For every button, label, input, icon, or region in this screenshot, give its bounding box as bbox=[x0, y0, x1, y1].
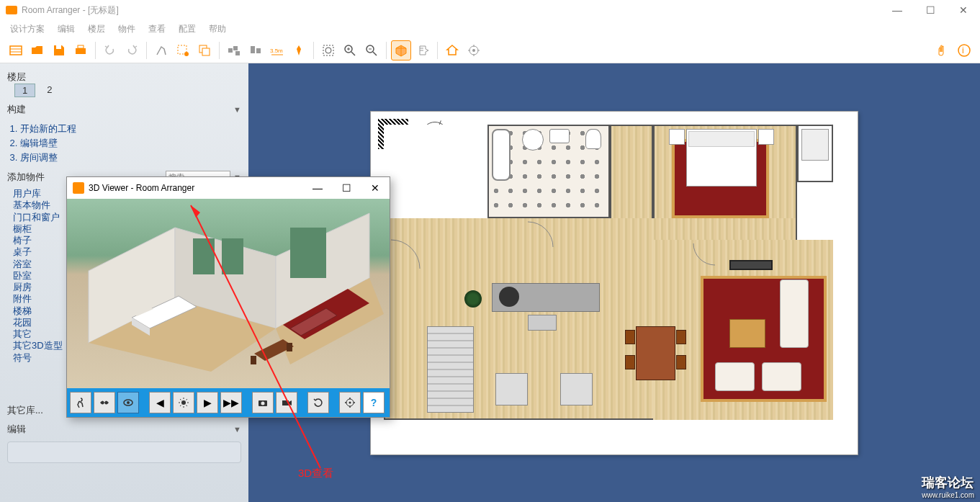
menu-object[interactable]: 物件 bbox=[112, 22, 141, 37]
title-sep: - bbox=[80, 5, 88, 15]
wall-button[interactable] bbox=[151, 40, 171, 60]
fly-button[interactable] bbox=[94, 392, 115, 413]
play-button[interactable]: ▶ bbox=[197, 392, 218, 413]
window-controls: — ☐ ✕ bbox=[881, 0, 980, 20]
group-button[interactable] bbox=[224, 40, 244, 60]
open-button[interactable] bbox=[27, 40, 48, 60]
svg-rect-53 bbox=[282, 400, 289, 405]
menu-help[interactable]: 帮助 bbox=[203, 22, 232, 37]
chevron-down-icon: ▼ bbox=[233, 105, 241, 114]
viewer-viewport[interactable] bbox=[67, 199, 390, 388]
menu-config[interactable]: 配置 bbox=[173, 22, 202, 37]
light-button[interactable] bbox=[173, 392, 194, 413]
viewer-settings-button[interactable] bbox=[339, 392, 361, 413]
look-button[interactable] bbox=[117, 392, 139, 413]
doc-name: [无标题] bbox=[88, 4, 119, 17]
sofa-1[interactable] bbox=[780, 279, 809, 348]
info-button[interactable]: i bbox=[954, 40, 974, 60]
floor-tab-1[interactable]: 1 bbox=[14, 84, 35, 97]
armchair-2[interactable] bbox=[762, 362, 801, 391]
sink[interactable] bbox=[549, 129, 570, 143]
toolbar-sep-4 bbox=[313, 42, 314, 59]
build-step-new[interactable]: 开始新的工程 bbox=[20, 122, 241, 136]
viewer-help-button[interactable]: ? bbox=[363, 392, 385, 413]
storage-1[interactable] bbox=[495, 373, 528, 405]
align-button[interactable] bbox=[246, 40, 266, 60]
viewer-window[interactable]: 3D Viewer - Room Arranger — ☐ ✕ bbox=[66, 176, 390, 418]
redo-button[interactable] bbox=[122, 40, 142, 60]
bed[interactable] bbox=[686, 129, 757, 187]
floor-label: 楼层 bbox=[7, 71, 26, 82]
view-3d-button[interactable] bbox=[391, 40, 411, 60]
viewer-close-button[interactable]: ✕ bbox=[361, 177, 390, 199]
zoom-in-button[interactable] bbox=[340, 40, 360, 60]
dining-chair-2[interactable] bbox=[625, 355, 635, 369]
dining-table[interactable] bbox=[636, 326, 675, 380]
svg-point-49 bbox=[127, 401, 130, 404]
prev-button[interactable]: ◀ bbox=[149, 392, 171, 413]
dining-chair-3[interactable] bbox=[676, 330, 686, 344]
measure-button[interactable]: 3.5m bbox=[267, 40, 287, 60]
menu-edit[interactable]: 编辑 bbox=[52, 22, 81, 37]
toolbar: 3.5m i bbox=[0, 37, 980, 63]
copy-button[interactable] bbox=[194, 40, 215, 60]
dining-chair-4[interactable] bbox=[676, 355, 686, 369]
dining-chair-1[interactable] bbox=[625, 330, 635, 344]
svg-point-52 bbox=[261, 402, 265, 405]
nightstand-left[interactable] bbox=[669, 129, 685, 145]
view-props-button[interactable] bbox=[413, 40, 433, 60]
stove[interactable] bbox=[499, 287, 519, 307]
app-name: Room Arranger bbox=[22, 5, 80, 15]
floorplan[interactable] bbox=[384, 125, 845, 442]
hand-button[interactable] bbox=[931, 40, 951, 60]
select-button[interactable] bbox=[173, 40, 193, 60]
video-button[interactable] bbox=[276, 392, 297, 413]
walk-button[interactable] bbox=[70, 392, 91, 413]
bathtub[interactable] bbox=[492, 129, 511, 181]
viewer-maximize-button[interactable]: ☐ bbox=[332, 177, 361, 199]
menu-design[interactable]: 设计方案 bbox=[4, 22, 50, 37]
pin-button[interactable] bbox=[289, 40, 309, 60]
build-steps: 开始新的工程 编辑墙壁 房间调整 bbox=[20, 122, 241, 165]
menu-view[interactable]: 查看 bbox=[143, 22, 171, 37]
menu-floor[interactable]: 楼层 bbox=[82, 22, 111, 37]
toolbar-sep-5 bbox=[386, 42, 387, 59]
armchair-1[interactable] bbox=[715, 362, 755, 391]
wardrobe[interactable] bbox=[801, 129, 829, 161]
build-step-walls[interactable]: 编辑墙壁 bbox=[20, 136, 241, 151]
svg-rect-38 bbox=[222, 238, 243, 274]
save-button[interactable] bbox=[49, 40, 69, 60]
home-button[interactable] bbox=[442, 40, 462, 60]
kitchen-sink[interactable] bbox=[528, 315, 557, 331]
nightstand-right[interactable] bbox=[758, 129, 774, 145]
viewer-titlebar[interactable]: 3D Viewer - Room Arranger — ☐ ✕ bbox=[67, 177, 390, 199]
refresh-button[interactable] bbox=[307, 392, 329, 413]
stairs[interactable] bbox=[427, 326, 474, 413]
plant[interactable] bbox=[464, 290, 482, 308]
edit-header[interactable]: 编辑 ▼ bbox=[7, 420, 241, 439]
new-button[interactable] bbox=[6, 40, 26, 60]
viewer-minimize-button[interactable]: — bbox=[303, 177, 332, 199]
storage-2[interactable] bbox=[560, 373, 593, 405]
close-button[interactable]: ✕ bbox=[947, 0, 980, 20]
floor-tab-2[interactable]: 2 bbox=[40, 84, 59, 97]
annotation-text: 3D查看 bbox=[298, 467, 333, 480]
svg-text:3.5m: 3.5m bbox=[270, 48, 283, 54]
coffee-table[interactable] bbox=[729, 319, 765, 348]
tv[interactable] bbox=[729, 260, 773, 270]
minimize-button[interactable]: — bbox=[881, 0, 914, 20]
undo-button[interactable] bbox=[100, 40, 120, 60]
edit-label: 编辑 bbox=[7, 423, 26, 436]
settings-button[interactable] bbox=[464, 40, 484, 60]
toilet[interactable] bbox=[585, 129, 601, 149]
zoom-fit-button[interactable] bbox=[318, 40, 338, 60]
build-header[interactable]: 构建 ▼ bbox=[7, 100, 241, 119]
svg-rect-46 bbox=[251, 356, 256, 364]
print-button[interactable] bbox=[71, 40, 91, 60]
maximize-button[interactable]: ☐ bbox=[914, 0, 947, 20]
zoom-out-button[interactable] bbox=[361, 40, 382, 60]
build-step-rooms[interactable]: 房间调整 bbox=[20, 151, 241, 165]
fast-button[interactable]: ▶▶ bbox=[220, 392, 242, 413]
shower[interactable] bbox=[522, 129, 544, 151]
camera-button[interactable] bbox=[252, 392, 274, 413]
